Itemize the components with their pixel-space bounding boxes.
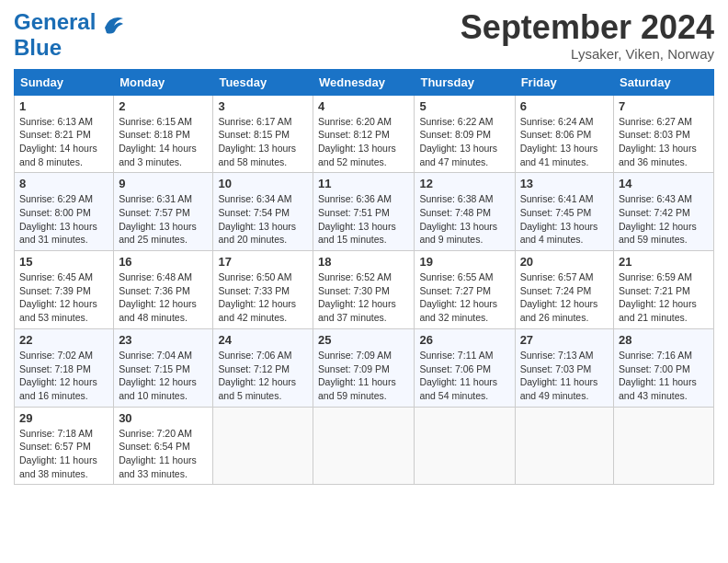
- table-row: [415, 407, 515, 485]
- logo-container: General Blue: [14, 9, 125, 61]
- table-row: 22Sunrise: 7:02 AMSunset: 7:18 PMDayligh…: [15, 328, 114, 407]
- day-info: Sunrise: 7:16 AMSunset: 7:00 PMDaylight:…: [619, 349, 709, 403]
- logo-blue: Blue: [14, 35, 62, 60]
- table-row: 5Sunrise: 6:22 AMSunset: 8:09 PMDaylight…: [415, 95, 515, 173]
- day-number: 14: [619, 177, 709, 190]
- month-title: September 2024: [461, 9, 714, 46]
- day-number: 28: [619, 333, 709, 347]
- day-info: Sunrise: 7:13 AMSunset: 7:03 PMDaylight:…: [520, 349, 609, 403]
- day-number: 30: [119, 411, 208, 425]
- day-info: Sunrise: 6:57 AMSunset: 7:24 PMDaylight:…: [520, 270, 609, 325]
- col-friday: Friday: [515, 69, 613, 95]
- day-info: Sunrise: 6:31 AMSunset: 7:57 PMDaylight:…: [119, 192, 208, 247]
- logo-name: General: [14, 9, 96, 34]
- table-row: 1Sunrise: 6:13 AMSunset: 8:21 PMDaylight…: [15, 95, 114, 173]
- day-number: 5: [419, 99, 509, 113]
- col-monday: Monday: [114, 69, 213, 95]
- location: Lysaker, Viken, Norway: [461, 46, 714, 62]
- calendar-week-row: 1Sunrise: 6:13 AMSunset: 8:21 PMDaylight…: [15, 95, 714, 173]
- title-block: September 2024 Lysaker, Viken, Norway: [461, 9, 714, 62]
- table-row: 17Sunrise: 6:50 AMSunset: 7:33 PMDayligh…: [213, 251, 313, 329]
- day-number: 21: [619, 255, 709, 269]
- table-row: [313, 407, 415, 485]
- day-info: Sunrise: 7:20 AMSunset: 6:54 PMDaylight:…: [119, 427, 208, 481]
- logo-general: General: [14, 9, 96, 34]
- calendar-week-row: 29Sunrise: 7:18 AMSunset: 6:57 PMDayligh…: [15, 407, 714, 485]
- day-info: Sunrise: 6:41 AMSunset: 7:45 PMDaylight:…: [520, 192, 609, 247]
- calendar-week-row: 22Sunrise: 7:02 AMSunset: 7:18 PMDayligh…: [15, 328, 714, 407]
- table-row: 29Sunrise: 7:18 AMSunset: 6:57 PMDayligh…: [15, 407, 114, 485]
- day-info: Sunrise: 7:06 AMSunset: 7:12 PMDaylight:…: [218, 349, 308, 403]
- table-row: [614, 407, 714, 485]
- table-row: 3Sunrise: 6:17 AMSunset: 8:15 PMDaylight…: [213, 95, 313, 173]
- table-row: 7Sunrise: 6:27 AMSunset: 8:03 PMDaylight…: [614, 95, 714, 173]
- day-number: 9: [119, 177, 208, 190]
- day-number: 24: [218, 333, 308, 347]
- day-info: Sunrise: 6:34 AMSunset: 7:54 PMDaylight:…: [218, 192, 308, 247]
- logo-blue-text: Blue: [14, 35, 62, 60]
- table-row: 2Sunrise: 6:15 AMSunset: 8:18 PMDaylight…: [114, 95, 213, 173]
- day-info: Sunrise: 6:22 AMSunset: 8:09 PMDaylight:…: [419, 115, 509, 169]
- day-number: 1: [19, 99, 108, 113]
- table-row: 12Sunrise: 6:38 AMSunset: 7:48 PMDayligh…: [415, 173, 515, 251]
- table-row: 25Sunrise: 7:09 AMSunset: 7:09 PMDayligh…: [313, 328, 415, 407]
- day-info: Sunrise: 6:24 AMSunset: 8:06 PMDaylight:…: [520, 115, 609, 169]
- table-row: 4Sunrise: 6:20 AMSunset: 8:12 PMDaylight…: [313, 95, 415, 173]
- day-info: Sunrise: 6:29 AMSunset: 8:00 PMDaylight:…: [19, 192, 108, 247]
- day-info: Sunrise: 7:11 AMSunset: 7:06 PMDaylight:…: [419, 349, 509, 403]
- day-number: 22: [19, 333, 108, 347]
- day-info: Sunrise: 6:20 AMSunset: 8:12 PMDaylight:…: [318, 115, 409, 169]
- table-row: 16Sunrise: 6:48 AMSunset: 7:36 PMDayligh…: [114, 251, 213, 329]
- day-info: Sunrise: 6:15 AMSunset: 8:18 PMDaylight:…: [119, 115, 208, 169]
- table-row: 15Sunrise: 6:45 AMSunset: 7:39 PMDayligh…: [15, 251, 114, 329]
- day-number: 10: [218, 177, 308, 190]
- day-number: 25: [318, 333, 409, 347]
- logo-text-block: General Blue: [14, 9, 96, 61]
- day-info: Sunrise: 7:18 AMSunset: 6:57 PMDaylight:…: [19, 427, 108, 481]
- table-row: 6Sunrise: 6:24 AMSunset: 8:06 PMDaylight…: [515, 95, 613, 173]
- day-number: 7: [619, 99, 709, 113]
- day-info: Sunrise: 6:50 AMSunset: 7:33 PMDaylight:…: [218, 270, 308, 325]
- day-number: 16: [119, 255, 208, 269]
- day-number: 29: [19, 411, 108, 425]
- day-number: 17: [218, 255, 308, 269]
- day-info: Sunrise: 6:38 AMSunset: 7:48 PMDaylight:…: [419, 192, 509, 247]
- day-number: 6: [520, 99, 609, 113]
- table-row: 28Sunrise: 7:16 AMSunset: 7:00 PMDayligh…: [614, 328, 714, 407]
- day-number: 20: [520, 255, 609, 269]
- day-number: 23: [119, 333, 208, 347]
- header: General Blue September 2024: [14, 9, 714, 62]
- day-info: Sunrise: 7:09 AMSunset: 7:09 PMDaylight:…: [318, 349, 409, 403]
- day-info: Sunrise: 6:13 AMSunset: 8:21 PMDaylight:…: [19, 115, 108, 169]
- table-row: 10Sunrise: 6:34 AMSunset: 7:54 PMDayligh…: [213, 173, 313, 251]
- table-row: 8Sunrise: 6:29 AMSunset: 8:00 PMDaylight…: [15, 173, 114, 251]
- page: General Blue September 2024: [0, 0, 728, 563]
- col-wednesday: Wednesday: [313, 69, 415, 95]
- day-number: 27: [520, 333, 609, 347]
- table-row: 30Sunrise: 7:20 AMSunset: 6:54 PMDayligh…: [114, 407, 213, 485]
- day-info: Sunrise: 6:55 AMSunset: 7:27 PMDaylight:…: [419, 270, 509, 325]
- day-number: 3: [218, 99, 308, 113]
- logo-bird-icon: [97, 11, 125, 42]
- table-row: 24Sunrise: 7:06 AMSunset: 7:12 PMDayligh…: [213, 328, 313, 407]
- table-row: 18Sunrise: 6:52 AMSunset: 7:30 PMDayligh…: [313, 251, 415, 329]
- table-row: 26Sunrise: 7:11 AMSunset: 7:06 PMDayligh…: [415, 328, 515, 407]
- day-info: Sunrise: 6:27 AMSunset: 8:03 PMDaylight:…: [619, 115, 709, 169]
- col-sunday: Sunday: [15, 69, 114, 95]
- table-row: 19Sunrise: 6:55 AMSunset: 7:27 PMDayligh…: [415, 251, 515, 329]
- table-row: [213, 407, 313, 485]
- table-row: 23Sunrise: 7:04 AMSunset: 7:15 PMDayligh…: [114, 328, 213, 407]
- table-row: 21Sunrise: 6:59 AMSunset: 7:21 PMDayligh…: [614, 251, 714, 329]
- table-row: 13Sunrise: 6:41 AMSunset: 7:45 PMDayligh…: [515, 173, 613, 251]
- col-thursday: Thursday: [415, 69, 515, 95]
- day-number: 12: [419, 177, 509, 190]
- day-info: Sunrise: 6:36 AMSunset: 7:51 PMDaylight:…: [318, 192, 409, 247]
- table-row: 9Sunrise: 6:31 AMSunset: 7:57 PMDaylight…: [114, 173, 213, 251]
- col-tuesday: Tuesday: [213, 69, 313, 95]
- day-info: Sunrise: 6:52 AMSunset: 7:30 PMDaylight:…: [318, 270, 409, 325]
- day-info: Sunrise: 6:59 AMSunset: 7:21 PMDaylight:…: [619, 270, 709, 325]
- day-number: 4: [318, 99, 409, 113]
- day-number: 26: [419, 333, 509, 347]
- day-number: 15: [19, 255, 108, 269]
- day-number: 13: [520, 177, 609, 190]
